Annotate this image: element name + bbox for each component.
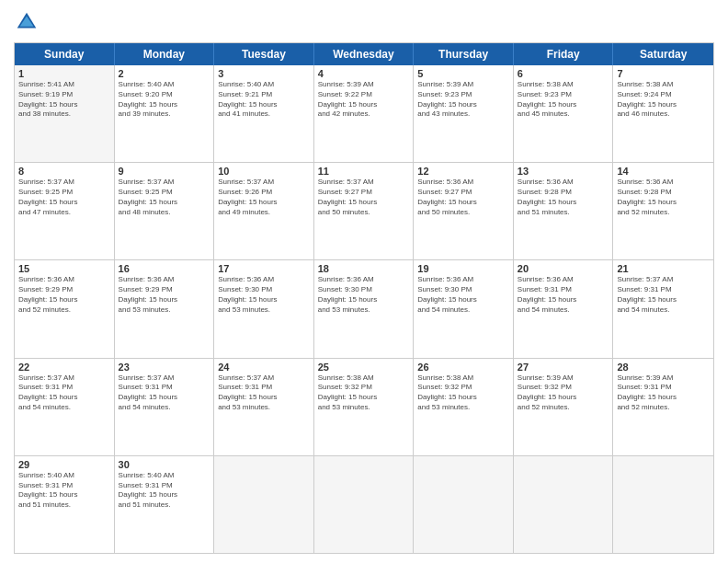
cell-info: Sunrise: 5:36 AMSunset: 9:29 PMDaylight:… xyxy=(18,275,110,315)
cell-info: Sunrise: 5:36 AMSunset: 9:30 PMDaylight:… xyxy=(218,275,310,315)
day-number: 17 xyxy=(218,263,310,274)
calendar-row: 15Sunrise: 5:36 AMSunset: 9:29 PMDayligh… xyxy=(15,260,713,358)
day-number: 23 xyxy=(119,362,210,373)
header-cell-wednesday: Wednesday xyxy=(314,43,415,65)
calendar-cell xyxy=(414,456,514,553)
calendar-row: 22Sunrise: 5:37 AMSunset: 9:31 PMDayligh… xyxy=(15,359,713,456)
day-number: 20 xyxy=(518,263,609,274)
calendar-cell: 9Sunrise: 5:37 AMSunset: 9:25 PMDaylight… xyxy=(115,163,215,259)
cell-info: Sunrise: 5:39 AMSunset: 9:22 PMDaylight:… xyxy=(318,80,410,120)
cell-info: Sunrise: 5:39 AMSunset: 9:32 PMDaylight:… xyxy=(518,373,609,413)
day-number: 8 xyxy=(18,166,110,177)
cell-info: Sunrise: 5:37 AMSunset: 9:31 PMDaylight:… xyxy=(18,373,110,413)
calendar-cell: 11Sunrise: 5:37 AMSunset: 9:27 PMDayligh… xyxy=(314,163,415,259)
calendar-cell: 27Sunrise: 5:39 AMSunset: 9:32 PMDayligh… xyxy=(514,359,614,455)
header-cell-sunday: Sunday xyxy=(15,43,115,65)
cell-info: Sunrise: 5:39 AMSunset: 9:23 PMDaylight:… xyxy=(417,80,509,120)
calendar-cell: 4Sunrise: 5:39 AMSunset: 9:22 PMDaylight… xyxy=(314,65,415,162)
cell-info: Sunrise: 5:37 AMSunset: 9:31 PMDaylight:… xyxy=(617,275,710,315)
day-number: 28 xyxy=(617,362,710,373)
cell-info: Sunrise: 5:36 AMSunset: 9:29 PMDaylight:… xyxy=(119,275,210,315)
page: SundayMondayTuesdayWednesdayThursdayFrid… xyxy=(0,0,728,563)
header-cell-tuesday: Tuesday xyxy=(214,43,314,65)
day-number: 14 xyxy=(617,166,710,177)
calendar-cell xyxy=(214,456,314,553)
calendar-cell: 29Sunrise: 5:40 AMSunset: 9:31 PMDayligh… xyxy=(15,456,115,553)
cell-info: Sunrise: 5:41 AMSunset: 9:19 PMDaylight:… xyxy=(18,80,110,120)
cell-info: Sunrise: 5:37 AMSunset: 9:26 PMDaylight:… xyxy=(218,178,310,217)
calendar-cell xyxy=(514,456,614,553)
header xyxy=(14,9,714,35)
calendar-cell: 6Sunrise: 5:38 AMSunset: 9:23 PMDaylight… xyxy=(514,65,614,162)
calendar-cell: 12Sunrise: 5:36 AMSunset: 9:27 PMDayligh… xyxy=(414,163,514,259)
header-cell-friday: Friday xyxy=(514,43,614,65)
calendar-cell: 16Sunrise: 5:36 AMSunset: 9:29 PMDayligh… xyxy=(115,260,215,357)
calendar-cell: 20Sunrise: 5:36 AMSunset: 9:31 PMDayligh… xyxy=(514,260,614,357)
calendar-cell: 30Sunrise: 5:40 AMSunset: 9:31 PMDayligh… xyxy=(115,456,215,553)
day-number: 22 xyxy=(18,362,110,373)
calendar-cell: 13Sunrise: 5:36 AMSunset: 9:28 PMDayligh… xyxy=(514,163,614,259)
day-number: 19 xyxy=(417,263,509,274)
cell-info: Sunrise: 5:37 AMSunset: 9:25 PMDaylight:… xyxy=(119,178,210,217)
day-number: 9 xyxy=(119,166,210,177)
calendar-cell: 7Sunrise: 5:38 AMSunset: 9:24 PMDaylight… xyxy=(613,65,713,162)
cell-info: Sunrise: 5:37 AMSunset: 9:31 PMDaylight:… xyxy=(119,373,210,413)
day-number: 29 xyxy=(18,459,110,470)
calendar-cell: 14Sunrise: 5:36 AMSunset: 9:28 PMDayligh… xyxy=(613,163,713,259)
calendar-cell: 5Sunrise: 5:39 AMSunset: 9:23 PMDaylight… xyxy=(414,65,514,162)
day-number: 6 xyxy=(518,68,609,79)
calendar-cell: 26Sunrise: 5:38 AMSunset: 9:32 PMDayligh… xyxy=(414,359,514,455)
day-number: 16 xyxy=(119,263,210,274)
calendar-cell: 24Sunrise: 5:37 AMSunset: 9:31 PMDayligh… xyxy=(214,359,314,455)
calendar-cell: 15Sunrise: 5:36 AMSunset: 9:29 PMDayligh… xyxy=(15,260,115,357)
day-number: 27 xyxy=(518,362,609,373)
calendar-cell: 2Sunrise: 5:40 AMSunset: 9:20 PMDaylight… xyxy=(115,65,215,162)
header-cell-saturday: Saturday xyxy=(613,43,713,65)
cell-info: Sunrise: 5:40 AMSunset: 9:31 PMDaylight:… xyxy=(119,471,210,511)
calendar-cell: 3Sunrise: 5:40 AMSunset: 9:21 PMDaylight… xyxy=(214,65,314,162)
calendar-cell: 22Sunrise: 5:37 AMSunset: 9:31 PMDayligh… xyxy=(15,359,115,455)
day-number: 2 xyxy=(119,68,210,79)
cell-info: Sunrise: 5:38 AMSunset: 9:24 PMDaylight:… xyxy=(617,80,710,120)
day-number: 30 xyxy=(119,459,210,470)
day-number: 3 xyxy=(218,68,310,79)
cell-info: Sunrise: 5:38 AMSunset: 9:32 PMDaylight:… xyxy=(318,373,410,413)
cell-info: Sunrise: 5:38 AMSunset: 9:23 PMDaylight:… xyxy=(518,80,609,120)
day-number: 4 xyxy=(318,68,410,79)
cell-info: Sunrise: 5:36 AMSunset: 9:28 PMDaylight:… xyxy=(617,178,710,217)
calendar: SundayMondayTuesdayWednesdayThursdayFrid… xyxy=(14,42,714,554)
day-number: 5 xyxy=(417,68,509,79)
calendar-cell xyxy=(613,456,713,553)
cell-info: Sunrise: 5:38 AMSunset: 9:32 PMDaylight:… xyxy=(417,373,509,413)
calendar-cell: 25Sunrise: 5:38 AMSunset: 9:32 PMDayligh… xyxy=(314,359,415,455)
calendar-row: 1Sunrise: 5:41 AMSunset: 9:19 PMDaylight… xyxy=(15,65,713,163)
cell-info: Sunrise: 5:37 AMSunset: 9:31 PMDaylight:… xyxy=(218,373,310,413)
cell-info: Sunrise: 5:40 AMSunset: 9:31 PMDaylight:… xyxy=(18,471,110,511)
day-number: 1 xyxy=(18,68,110,79)
header-cell-thursday: Thursday xyxy=(414,43,514,65)
day-number: 26 xyxy=(417,362,509,373)
logo xyxy=(14,9,43,35)
calendar-cell: 8Sunrise: 5:37 AMSunset: 9:25 PMDaylight… xyxy=(15,163,115,259)
cell-info: Sunrise: 5:36 AMSunset: 9:27 PMDaylight:… xyxy=(417,178,509,217)
day-number: 13 xyxy=(518,166,609,177)
cell-info: Sunrise: 5:37 AMSunset: 9:27 PMDaylight:… xyxy=(318,178,410,217)
day-number: 25 xyxy=(318,362,410,373)
cell-info: Sunrise: 5:40 AMSunset: 9:20 PMDaylight:… xyxy=(119,80,210,120)
calendar-cell: 21Sunrise: 5:37 AMSunset: 9:31 PMDayligh… xyxy=(613,260,713,357)
day-number: 12 xyxy=(417,166,509,177)
calendar-body: 1Sunrise: 5:41 AMSunset: 9:19 PMDaylight… xyxy=(15,65,713,553)
calendar-cell xyxy=(314,456,415,553)
day-number: 21 xyxy=(617,263,710,274)
day-number: 10 xyxy=(218,166,310,177)
cell-info: Sunrise: 5:36 AMSunset: 9:30 PMDaylight:… xyxy=(318,275,410,315)
cell-info: Sunrise: 5:36 AMSunset: 9:31 PMDaylight:… xyxy=(518,275,609,315)
calendar-cell: 17Sunrise: 5:36 AMSunset: 9:30 PMDayligh… xyxy=(214,260,314,357)
calendar-cell: 10Sunrise: 5:37 AMSunset: 9:26 PMDayligh… xyxy=(214,163,314,259)
day-number: 18 xyxy=(318,263,410,274)
cell-info: Sunrise: 5:40 AMSunset: 9:21 PMDaylight:… xyxy=(218,80,310,120)
header-cell-monday: Monday xyxy=(115,43,215,65)
calendar-cell: 1Sunrise: 5:41 AMSunset: 9:19 PMDaylight… xyxy=(15,65,115,162)
calendar-cell: 28Sunrise: 5:39 AMSunset: 9:31 PMDayligh… xyxy=(613,359,713,455)
cell-info: Sunrise: 5:36 AMSunset: 9:28 PMDaylight:… xyxy=(518,178,609,217)
